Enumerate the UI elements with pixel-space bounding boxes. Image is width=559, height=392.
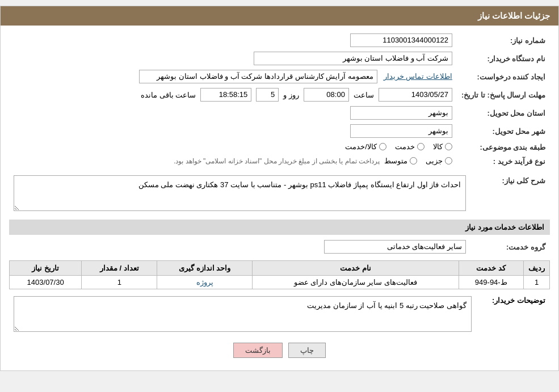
page-wrapper: جزئیات اطلاعات نیاز شماره نیاز: 11030013…: [0, 6, 559, 371]
nam-dastgah-box: شرکت آب و فاضلاب استان بوشهر: [254, 52, 452, 65]
mohlat-saat-label: ساعت: [354, 91, 374, 99]
noe-farayand-radio-group: جزیی متوسط: [384, 157, 452, 165]
tabaqe-kala-khedmat-item[interactable]: کالا/خدمت: [345, 142, 386, 151]
noe-motavasset-label: متوسط: [384, 157, 407, 165]
shahr-label: شهر محل تحویل:: [457, 122, 550, 140]
noe-motavasset-item[interactable]: متوسط: [384, 157, 417, 165]
tabaqe-khedmat-radio[interactable]: [417, 143, 424, 150]
mohlat-roz-label: روز و: [283, 91, 299, 99]
ijad-konande-link[interactable]: اطلاعات تماس خریدار: [384, 72, 452, 81]
service-table: ردیف کد خدمت نام خدمت واحد اندازه گیری ت…: [9, 260, 550, 289]
service-table-head: ردیف کد خدمت نام خدمت واحد اندازه گیری ت…: [10, 261, 550, 276]
noe-motavasset-radio[interactable]: [410, 157, 417, 165]
tozihat-textarea[interactable]: [14, 296, 472, 332]
groh-box: سایر فعالیت‌های خدماتی: [324, 240, 466, 254]
row-ijad-konande: ایجاد کننده درخواست: اطلاعات تماس خریدار…: [9, 68, 550, 86]
row-noe-farayand: نوع فرآیند خرید : جزیی متوسط: [9, 154, 550, 168]
ijad-konande-box: معصومه آرایش کارشناس قراردادها شرکت آب و…: [139, 70, 377, 83]
noe-farayand-label: نوع فرآیند خرید :: [457, 154, 550, 168]
mohlat-label: مهلت ارسال پاسخ: تا تاریخ:: [457, 86, 550, 104]
ostan-label: استان محل تحویل:: [457, 104, 550, 122]
tabaqe-label: طبقه بندی موضوعی:: [457, 140, 550, 154]
mohlat-remaining: 18:58:15: [200, 88, 251, 102]
content: شماره نیاز: 1103001344000122 نام دستگاه …: [1, 26, 558, 370]
btn-group: چاپ بازگشت: [9, 336, 550, 365]
tozihat-row: توضیحات خریدار:: [9, 294, 550, 336]
nam-dastgah-value: شرکت آب و فاضلاب استان بوشهر: [9, 49, 457, 68]
shomare-niaz-label: شماره نیاز:: [457, 31, 550, 49]
col-radif: ردیف: [524, 261, 550, 276]
page-title: جزئیات اطلاعات نیاز: [478, 11, 550, 20]
noe-farayand-value: جزیی متوسط پرداخت تمام یا بخشی از مبلغ خ…: [9, 154, 457, 168]
ostan-box: بوشهر: [350, 106, 452, 120]
nam-dastgah-label: نام دستگاه خریدار:: [457, 49, 550, 68]
noe-jozyi-item[interactable]: جزیی: [426, 157, 452, 165]
cell-tedad: 1: [82, 276, 157, 289]
tabaqe-kala-label: کالا: [433, 142, 443, 151]
service-table-body: 1 ط-94-949 فعالیت‌های سایر سازمان‌های دا…: [10, 276, 550, 289]
groh-label: گروه خدمت:: [470, 238, 550, 256]
khadamat-section-header: اطلاعات خدمات مورد نیاز: [9, 220, 550, 235]
row-sharh: شرح کلی نیاز:: [9, 173, 550, 215]
col-kod: کد خدمت: [459, 261, 523, 276]
tabaqe-kala-item[interactable]: کالا: [433, 142, 452, 151]
noe-jozyi-radio[interactable]: [445, 157, 452, 165]
sharh-value: [9, 173, 470, 215]
row-nam-dastgah: نام دستگاه خریدار: شرکت آب و فاضلاب استا…: [9, 49, 550, 68]
page-header: جزئیات اطلاعات نیاز: [1, 6, 558, 26]
mohlat-date: 1403/05/27: [379, 88, 452, 102]
col-nam: نام خدمت: [253, 261, 459, 276]
tozihat-label: توضیحات خریدار:: [476, 294, 550, 307]
sharh-table: شرح کلی نیاز:: [9, 173, 550, 215]
tabaqe-khedmat-label: خدمت: [395, 142, 415, 151]
shomare-niaz-box: 1103001344000122: [350, 33, 452, 47]
col-tarikh: تاریخ نیاز: [10, 261, 82, 276]
noe-farayand-note: پرداخت تمام یا بخشی از مبلغ خریدار محل "…: [174, 157, 380, 165]
ijad-konande-label: ایجاد کننده درخواست:: [457, 68, 550, 86]
row-shahr: شهر محل تحویل: بوشهر: [9, 122, 550, 140]
noe-jozyi-label: جزیی: [426, 157, 443, 165]
shomare-niaz-value: 1103001344000122: [9, 31, 457, 49]
tabaqe-value: کالا خدمت کالا/خدمت: [9, 140, 457, 154]
row-ostan: استان محل تحویل: بوشهر: [9, 104, 550, 122]
groh-value: سایر فعالیت‌های خدماتی: [9, 238, 470, 256]
cell-kod: ط-94-949: [459, 276, 523, 289]
bazgasht-button[interactable]: بازگشت: [233, 343, 283, 358]
service-table-header-row: ردیف کد خدمت نام خدمت واحد اندازه گیری ت…: [10, 261, 550, 276]
chap-button[interactable]: چاپ: [288, 343, 326, 358]
row-groh: گروه خدمت: سایر فعالیت‌های خدماتی: [9, 238, 550, 256]
tabaqe-kala-khedmat-label: کالا/خدمت: [345, 142, 377, 151]
shahr-value: بوشهر: [9, 122, 457, 140]
tabaqe-khedmat-item[interactable]: خدمت: [395, 142, 424, 151]
sharh-label: شرح کلی نیاز:: [470, 173, 550, 215]
shahr-box: بوشهر: [350, 124, 452, 138]
row-tabaqe: طبقه بندی موضوعی: کالا خدمت: [9, 140, 550, 154]
mohlat-roz-value: 5: [256, 88, 279, 102]
cell-tarikh: 1403/07/30: [10, 276, 82, 289]
cell-radif: 1: [524, 276, 550, 289]
row-shomare-niaz: شماره نیاز: 1103001344000122: [9, 31, 550, 49]
info-table: شماره نیاز: 1103001344000122 نام دستگاه …: [9, 31, 550, 168]
tabaqe-kala-radio[interactable]: [445, 143, 452, 150]
mohlat-saat-value: 08:00: [304, 88, 349, 102]
table-row: 1 ط-94-949 فعالیت‌های سایر سازمان‌های دا…: [10, 276, 550, 289]
mohlat-value: 1403/05/27 ساعت 08:00 روز و 5 18:58:15 س…: [9, 86, 457, 104]
col-tedad: تعداد / مقدار: [82, 261, 157, 276]
tabaqe-radio-group: کالا خدمت کالا/خدمت: [345, 142, 452, 151]
noe-farayand-inline: جزیی متوسط پرداخت تمام یا بخشی از مبلغ خ…: [174, 157, 452, 165]
groh-table: گروه خدمت: سایر فعالیت‌های خدماتی: [9, 238, 550, 256]
ijad-konande-value: اطلاعات تماس خریدار معصومه آرایش کارشناس…: [9, 68, 457, 86]
row-mohlat: مهلت ارسال پاسخ: تا تاریخ: 1403/05/27 سا…: [9, 86, 550, 104]
sharh-textarea[interactable]: [14, 175, 466, 211]
ostan-value: بوشهر: [9, 104, 457, 122]
mohlat-remaining-label: ساعت باقی مانده: [141, 91, 196, 99]
col-vahid: واحد اندازه گیری: [157, 261, 253, 276]
mohlat-inline: 1403/05/27 ساعت 08:00 روز و 5 18:58:15 س…: [141, 88, 452, 102]
tabaqe-kala-khedmat-radio[interactable]: [379, 143, 386, 150]
tozihat-content: [9, 294, 476, 336]
cell-nam: فعالیت‌های سایر سازمان‌های دارای عضو: [253, 276, 459, 289]
cell-vahid: پروژه: [157, 276, 253, 289]
